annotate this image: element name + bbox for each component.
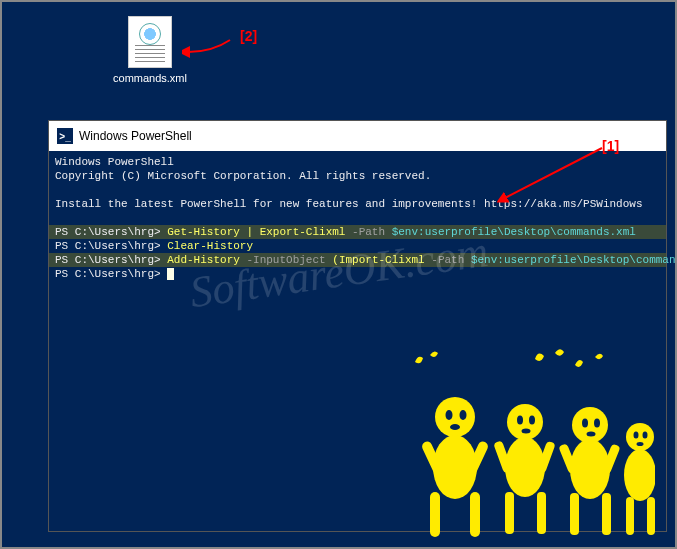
terminal-blank-line [49,211,666,225]
terminal-token: Clear-History [167,240,253,252]
annotation-arrow-1 [497,146,617,206]
terminal-prompt: PS C:\Users\hrg> [55,268,167,280]
terminal-command-line: PS C:\Users\hrg> Get-History | Export-Cl… [49,225,666,239]
terminal-token: -InputObject [240,254,332,266]
terminal-command-line: PS C:\Users\hrg> Clear-History [49,239,666,253]
terminal-prompt: PS C:\Users\hrg> [55,226,167,238]
terminal-token: -Path [345,226,391,238]
terminal-token: ( [332,254,339,266]
window-title: Windows PowerShell [79,129,192,143]
terminal-token: -Path [425,254,471,266]
terminal-token: \Desktop\commands.xml [497,226,636,238]
terminal-token: \Desktop\commands.xml [577,254,677,266]
terminal-token: Get-History | Export-Clixml [167,226,345,238]
terminal-command-line: PS C:\Users\hrg> Add-History -InputObjec… [49,253,666,267]
terminal-prompt: PS C:\Users\hrg> [55,254,167,266]
terminal-command-line: PS C:\Users\hrg> [49,267,666,281]
terminal-body[interactable]: Windows PowerShell Copyright (C) Microso… [49,151,666,531]
powershell-icon: >_ [57,128,73,144]
annotation-arrow-2 [182,32,232,62]
terminal-token: Import-Clixml [339,254,425,266]
desktop-file-icon[interactable]: commands.xml [110,16,190,84]
xml-file-icon [128,16,172,68]
terminal-token: Add-History [167,254,240,266]
terminal-token: $env:userprofile [471,254,577,266]
terminal-token: $env:userprofile [392,226,498,238]
annotation-label-1: [1] [602,138,619,154]
desktop-file-label: commands.xml [110,72,190,84]
annotation-label-2: [2] [240,28,257,44]
terminal-prompt: PS C:\Users\hrg> [55,240,167,252]
terminal-cursor [167,268,174,280]
